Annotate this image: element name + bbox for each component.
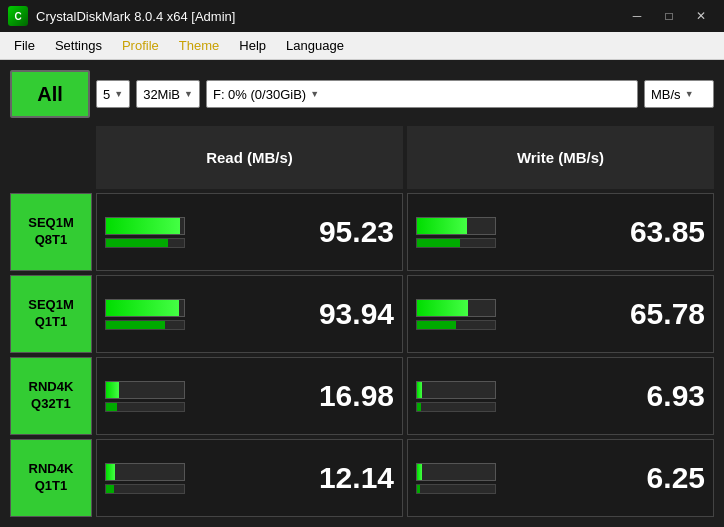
grid-header-empty xyxy=(10,126,92,189)
read-bars-rnd4k-q1t1 xyxy=(105,463,185,494)
write-bar-dim-rnd4k-q32t1 xyxy=(416,402,496,412)
menu-item-help[interactable]: Help xyxy=(229,34,276,57)
read-cell-rnd4k-q32t1: 16.98 xyxy=(96,357,403,435)
write-bars-rnd4k-q32t1 xyxy=(416,381,496,412)
write-bar-main-rnd4k-q1t1 xyxy=(416,463,496,481)
read-bar-main-rnd4k-q1t1 xyxy=(105,463,185,481)
write-bar-fill-rnd4k-q1t1 xyxy=(417,464,422,480)
menu-item-language[interactable]: Language xyxy=(276,34,354,57)
window-title: CrystalDiskMark 8.0.4 x64 [Admin] xyxy=(36,9,622,24)
write-value-seq1m-q1t1: 65.78 xyxy=(504,297,705,331)
controls-row: All 5 ▼ 32MiB ▼ F: 0% (0/30GiB) ▼ MB/s ▼ xyxy=(10,70,714,118)
write-bar-dim-rnd4k-q1t1 xyxy=(416,484,496,494)
read-value-rnd4k-q1t1: 12.14 xyxy=(193,461,394,495)
row-label-seq1m-q1t1: SEQ1MQ1T1 xyxy=(10,275,92,353)
read-bar-main-seq1m-q8t1 xyxy=(105,217,185,235)
read-header: Read (MB/s) xyxy=(96,126,403,189)
read-value-rnd4k-q32t1: 16.98 xyxy=(193,379,394,413)
read-bar-fill-rnd4k-q32t1 xyxy=(106,382,119,398)
write-bar-dim-fill-seq1m-q8t1 xyxy=(417,239,460,247)
maximize-button[interactable]: □ xyxy=(654,6,684,26)
runs-dropdown[interactable]: 5 ▼ xyxy=(96,80,130,108)
menu-item-profile[interactable]: Profile xyxy=(112,34,169,57)
main-content: All 5 ▼ 32MiB ▼ F: 0% (0/30GiB) ▼ MB/s ▼… xyxy=(0,60,724,527)
read-bar-dim-fill-rnd4k-q1t1 xyxy=(106,485,114,493)
read-bar-dim-fill-seq1m-q8t1 xyxy=(106,239,168,247)
write-value-seq1m-q8t1: 63.85 xyxy=(504,215,705,249)
write-bar-main-seq1m-q8t1 xyxy=(416,217,496,235)
read-value-seq1m-q8t1: 95.23 xyxy=(193,215,394,249)
write-bar-dim-fill-rnd4k-q1t1 xyxy=(417,485,420,493)
write-cell-rnd4k-q32t1: 6.93 xyxy=(407,357,714,435)
app-icon: C xyxy=(8,6,28,26)
size-dropdown-arrow: ▼ xyxy=(184,89,193,99)
write-bar-dim-fill-seq1m-q1t1 xyxy=(417,321,456,329)
size-dropdown[interactable]: 32MiB ▼ xyxy=(136,80,200,108)
runs-dropdown-arrow: ▼ xyxy=(114,89,123,99)
write-value-rnd4k-q32t1: 6.93 xyxy=(504,379,705,413)
write-bar-dim-seq1m-q8t1 xyxy=(416,238,496,248)
write-bar-fill-rnd4k-q32t1 xyxy=(417,382,422,398)
write-cell-seq1m-q1t1: 65.78 xyxy=(407,275,714,353)
write-bar-dim-fill-rnd4k-q32t1 xyxy=(417,403,421,411)
write-bars-rnd4k-q1t1 xyxy=(416,463,496,494)
read-bar-main-rnd4k-q32t1 xyxy=(105,381,185,399)
write-bar-fill-seq1m-q1t1 xyxy=(417,300,468,316)
row-label-rnd4k-q1t1: RND4KQ1T1 xyxy=(10,439,92,517)
unit-dropdown[interactable]: MB/s ▼ xyxy=(644,80,714,108)
read-cell-seq1m-q1t1: 93.94 xyxy=(96,275,403,353)
read-value-seq1m-q1t1: 93.94 xyxy=(193,297,394,331)
write-cell-rnd4k-q1t1: 6.25 xyxy=(407,439,714,517)
read-bar-dim-rnd4k-q32t1 xyxy=(105,402,185,412)
all-button[interactable]: All xyxy=(10,70,90,118)
write-value-rnd4k-q1t1: 6.25 xyxy=(504,461,705,495)
window-controls: ─ □ ✕ xyxy=(622,6,716,26)
read-bar-dim-rnd4k-q1t1 xyxy=(105,484,185,494)
menu-item-theme[interactable]: Theme xyxy=(169,34,229,57)
read-bars-seq1m-q1t1 xyxy=(105,299,185,330)
menu-item-settings[interactable]: Settings xyxy=(45,34,112,57)
write-bar-fill-seq1m-q8t1 xyxy=(417,218,467,234)
write-cell-seq1m-q8t1: 63.85 xyxy=(407,193,714,271)
drive-dropdown[interactable]: F: 0% (0/30GiB) ▼ xyxy=(206,80,638,108)
row-label-seq1m-q8t1: SEQ1MQ8T1 xyxy=(10,193,92,271)
read-cell-rnd4k-q1t1: 12.14 xyxy=(96,439,403,517)
row-label-rnd4k-q32t1: RND4KQ32T1 xyxy=(10,357,92,435)
read-bar-fill-seq1m-q8t1 xyxy=(106,218,180,234)
read-bar-dim-fill-seq1m-q1t1 xyxy=(106,321,165,329)
menu-item-file[interactable]: File xyxy=(4,34,45,57)
read-bar-dim-fill-rnd4k-q32t1 xyxy=(106,403,117,411)
titlebar: C CrystalDiskMark 8.0.4 x64 [Admin] ─ □ … xyxy=(0,0,724,32)
read-bar-dim-seq1m-q1t1 xyxy=(105,320,185,330)
write-bar-main-seq1m-q1t1 xyxy=(416,299,496,317)
unit-dropdown-arrow: ▼ xyxy=(685,89,694,99)
read-bars-rnd4k-q32t1 xyxy=(105,381,185,412)
write-bar-main-rnd4k-q32t1 xyxy=(416,381,496,399)
minimize-button[interactable]: ─ xyxy=(622,6,652,26)
read-cell-seq1m-q8t1: 95.23 xyxy=(96,193,403,271)
read-bar-fill-seq1m-q1t1 xyxy=(106,300,179,316)
write-bar-dim-seq1m-q1t1 xyxy=(416,320,496,330)
results-grid: Read (MB/s) Write (MB/s) SEQ1MQ8T1 95.23… xyxy=(10,126,714,517)
write-bars-seq1m-q8t1 xyxy=(416,217,496,248)
write-bars-seq1m-q1t1 xyxy=(416,299,496,330)
write-header: Write (MB/s) xyxy=(407,126,714,189)
menubar: FileSettingsProfileThemeHelpLanguage xyxy=(0,32,724,60)
read-bar-main-seq1m-q1t1 xyxy=(105,299,185,317)
drive-dropdown-arrow: ▼ xyxy=(310,89,319,99)
read-bar-dim-seq1m-q8t1 xyxy=(105,238,185,248)
read-bar-fill-rnd4k-q1t1 xyxy=(106,464,115,480)
close-button[interactable]: ✕ xyxy=(686,6,716,26)
read-bars-seq1m-q8t1 xyxy=(105,217,185,248)
